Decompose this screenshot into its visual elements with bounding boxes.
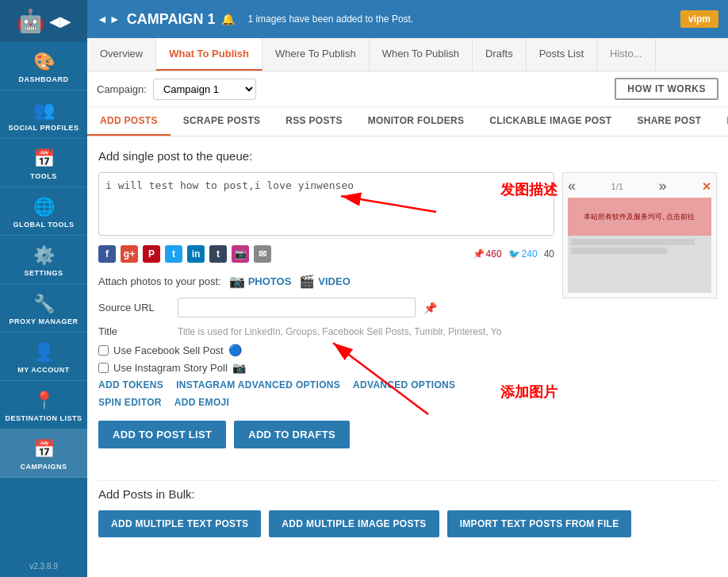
- sidebar-item-tools[interactable]: 📅 TOOLS: [0, 139, 87, 187]
- sub-tab-monitor-folders[interactable]: MONITOR FOLDERS: [355, 107, 477, 136]
- sidebar-item-settings[interactable]: ⚙️ SETTINGS: [0, 236, 87, 284]
- topbar: ◄ ► CAMPAIGN 1 🔔 1 images have been adde…: [87, 0, 728, 38]
- instagram-story-poll-checkbox[interactable]: [98, 363, 109, 373]
- sidebar-version: v2.3.8.9: [29, 556, 58, 577]
- source-url-input[interactable]: [178, 298, 416, 317]
- tab-when-to-publish[interactable]: When To Publish: [370, 38, 473, 71]
- social-icons-row: f g+ P t in t 📷 ✉ 📌 460: [98, 238, 554, 269]
- preview-image-content: [568, 236, 711, 260]
- sidebar-label-social-profiles: SOCIAL PROFILES: [9, 124, 79, 132]
- divider: [98, 480, 717, 481]
- instagram-story-icon: 📷: [232, 361, 246, 374]
- video-button[interactable]: 🎬 VIDEO: [299, 274, 350, 289]
- import-text-posts-button[interactable]: IMPORT TEXT POSTS FROM FILE: [447, 510, 632, 537]
- section-title: Add single post to the queue:: [98, 149, 717, 163]
- post-area: f g+ P t in t 📷 ✉ 📌 460: [98, 172, 717, 455]
- tumblr-icon[interactable]: t: [209, 245, 227, 263]
- sidebar-item-global-tools[interactable]: 🌐 GLOBAL TOOLS: [0, 187, 87, 236]
- spin-editor-link[interactable]: SPIN EDITOR: [98, 397, 162, 408]
- tools-icon: 📅: [33, 148, 55, 169]
- vip-button[interactable]: vipm: [680, 10, 718, 28]
- pinterest-icon[interactable]: P: [143, 245, 160, 263]
- sub-tab-navigation: ADD POSTS SCRAPE POSTS RSS POSTS MONITOR…: [87, 107, 728, 137]
- tab-what-to-publish[interactable]: What To Publish: [156, 38, 262, 71]
- sub-tab-clickable-image[interactable]: CLICKABLE IMAGE POST: [477, 107, 624, 136]
- close-preview-button[interactable]: ✕: [702, 180, 711, 193]
- campaigns-icon: 📅: [33, 439, 55, 460]
- dashboard-icon: 🎨: [33, 52, 55, 72]
- add-emoji-link[interactable]: ADD EMOJI: [174, 397, 229, 408]
- tab-posts-list[interactable]: Posts List: [527, 38, 597, 71]
- how-it-works-button[interactable]: HOW IT WORKS: [615, 78, 718, 100]
- twitter-icon[interactable]: t: [165, 245, 182, 263]
- source-url-label: Source URL: [98, 302, 170, 314]
- sidebar-item-proxy-manager[interactable]: 🔧 PROXY MANAGER: [0, 284, 87, 333]
- tw-icon: 🐦: [508, 248, 520, 260]
- sub-tab-rss-posts[interactable]: RSS POSTS: [273, 107, 354, 136]
- attach-label: Attach photos to your post:: [98, 275, 221, 287]
- nav-arrows[interactable]: ◄ ►: [97, 13, 121, 25]
- facebook-icon[interactable]: f: [98, 245, 116, 263]
- sidebar-label-destination-lists: DESTINATION LISTS: [6, 414, 82, 422]
- bulk-title: Add Posts in Bulk:: [98, 487, 717, 501]
- campaign-name: CAMPAIGN 1: [127, 11, 216, 28]
- destination-lists-icon: 📍: [33, 390, 55, 411]
- google-plus-icon[interactable]: g+: [121, 245, 138, 263]
- robot-icon: 🤖: [17, 8, 44, 34]
- instagram-advanced-options-link[interactable]: INSTAGRAM ADVANCED OPTIONS: [176, 379, 340, 390]
- pinterest-link-icon: 📌: [423, 302, 437, 314]
- campaign-bar: Campaign: Campaign 1 HOW IT WORKS: [87, 71, 728, 107]
- sub-tab-share-post[interactable]: SHARE POST: [624, 107, 714, 136]
- add-to-drafts-button[interactable]: ADD TO DRAFTS: [234, 421, 350, 448]
- sidebar-item-campaigns[interactable]: 📅 CAMPAIGNS: [0, 429, 87, 478]
- add-multiple-text-posts-button[interactable]: ADD MULTIPLE TEXT POSTS: [98, 510, 261, 537]
- title-label: Title: [98, 325, 170, 337]
- photos-button[interactable]: 📷 PHOTOS: [229, 274, 292, 289]
- bulk-buttons: ADD MULTIPLE TEXT POSTS ADD MULTIPLE IMA…: [98, 510, 717, 537]
- bulk-section: Add Posts in Bulk: ADD MULTIPLE TEXT POS…: [98, 463, 717, 537]
- instagram-icon[interactable]: 📷: [232, 245, 249, 263]
- forward-arrow-icon[interactable]: ►: [109, 13, 121, 25]
- add-tokens-link[interactable]: ADD TOKENS: [98, 379, 163, 390]
- add-to-post-list-button[interactable]: ADD TO POST LIST: [98, 421, 226, 448]
- sidebar-label-dashboard: DASHBOARD: [19, 75, 69, 83]
- linkedin-icon[interactable]: in: [187, 245, 205, 263]
- post-text-input[interactable]: [98, 172, 554, 236]
- preview-nav-right[interactable]: »: [658, 178, 666, 194]
- email-icon[interactable]: ✉: [254, 245, 271, 263]
- sub-tab-scrape-posts[interactable]: SCRAPE POSTS: [171, 107, 274, 136]
- sidebar-item-dashboard[interactable]: 🎨 DASHBOARD: [0, 42, 87, 90]
- sidebar-item-destination-lists[interactable]: 📍 DESTINATION LISTS: [0, 381, 87, 429]
- twitter-stat: 🐦 240: [508, 248, 538, 260]
- camera-icon: 📷: [229, 274, 245, 289]
- notification-text: 1 images have been added to the Post.: [247, 13, 413, 25]
- other-count: 40: [544, 248, 554, 260]
- facebook-sell-checkbox[interactable]: [98, 345, 109, 356]
- sidebar-arrow-icon: ◀▶: [49, 13, 71, 30]
- tab-where-to-publish[interactable]: Where To Publish: [262, 38, 370, 71]
- sidebar-label-global-tools: GLOBAL TOOLS: [13, 221, 74, 229]
- back-arrow-icon[interactable]: ◄: [97, 13, 108, 25]
- add-multiple-image-posts-button[interactable]: ADD MULTIPLE IMAGE POSTS: [269, 510, 439, 537]
- pinterest-stat: 📌 460: [473, 248, 502, 260]
- title-row: Title Title is used for LinkedIn, Groups…: [98, 321, 554, 341]
- sidebar-label-campaigns: CAMPAIGNS: [21, 463, 67, 471]
- preview-nav-left[interactable]: «: [568, 178, 576, 194]
- sub-tab-more[interactable]: FL...: [714, 107, 728, 136]
- advanced-options-link[interactable]: ADVANCED OPTIONS: [353, 379, 455, 390]
- preview-counter: 1/1: [611, 182, 623, 191]
- tab-drafts[interactable]: Drafts: [473, 38, 527, 71]
- pin-icon: 📌: [473, 248, 485, 260]
- settings-icon: ⚙️: [33, 245, 55, 266]
- tab-overview[interactable]: Overview: [87, 38, 156, 71]
- attach-photos-row: Attach photos to your post: 📷 PHOTOS 🎬 V…: [98, 269, 554, 294]
- sidebar-item-social-profiles[interactable]: 👥 SOCIAL PROFILES: [0, 90, 87, 139]
- photos-label: PHOTOS: [248, 275, 292, 287]
- sidebar-item-my-account[interactable]: 👤 MY ACCOUNT: [0, 333, 87, 381]
- video-label: VIDEO: [318, 275, 350, 287]
- facebook-sell-label: Use Facebook Sell Post: [113, 344, 224, 356]
- facebook-sell-post-row: Use Facebook Sell Post 🔵: [98, 341, 554, 359]
- tab-history[interactable]: Histo...: [597, 38, 655, 71]
- sub-tab-add-posts[interactable]: ADD POSTS: [87, 107, 171, 136]
- campaign-select[interactable]: Campaign 1: [153, 79, 256, 100]
